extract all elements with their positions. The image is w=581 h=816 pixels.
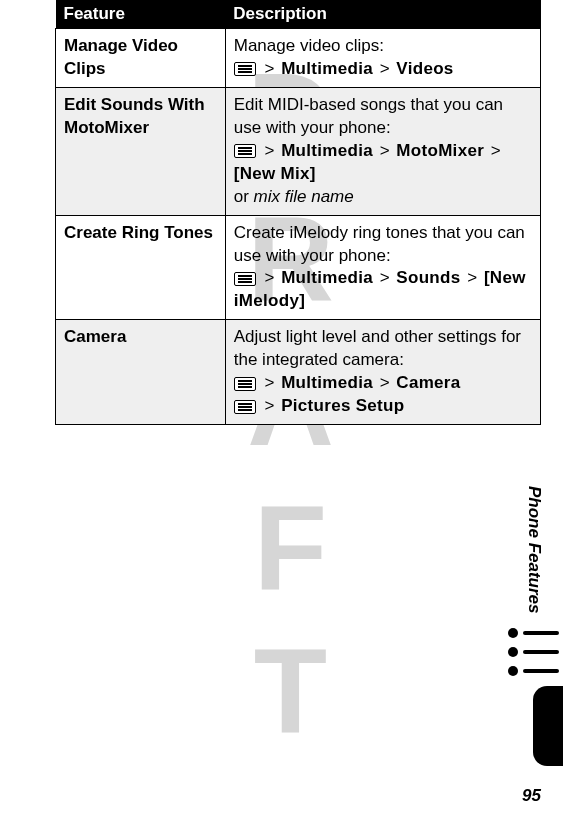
gt-separator: > [262,141,276,160]
gt-separator: > [262,373,276,392]
gt-separator: > [262,396,276,415]
feature-name: Camera [56,320,226,425]
col-header-feature: Feature [56,0,226,29]
feature-description: Adjust light level and other settings fo… [225,320,540,425]
table-row: Create Ring Tones Create iMelody ring to… [56,215,541,320]
table-row: Manage Video Clips Manage video clips: >… [56,29,541,88]
feature-description: Edit MIDI-based songs that you can use w… [225,87,540,215]
side-tab: Phone Features [508,486,559,766]
menu-step: Pictures Setup [281,396,404,415]
menu-step: Videos [396,59,453,78]
menu-icon [234,272,256,286]
nav-path: > Multimedia > Camera [234,372,532,395]
menu-step: Sounds [396,268,460,287]
gt-separator: > [262,268,276,287]
menu-step: Multimedia [281,373,373,392]
feature-description: Manage video clips: > Multimedia > Video… [225,29,540,88]
menu-step: Camera [396,373,460,392]
gt-separator: > [262,59,276,78]
tail-plain: or [234,187,254,206]
menu-step: Multimedia [281,59,373,78]
desc-lead: Edit MIDI-based songs that you can use w… [234,94,532,140]
menu-step: Multimedia [281,141,373,160]
menu-icon [234,377,256,391]
feature-name: Manage Video Clips [56,29,226,88]
gt-separator: > [378,268,392,287]
feature-name: Edit Sounds With MotoMixer [56,87,226,215]
gt-separator: > [378,373,392,392]
gt-separator: > [489,141,503,160]
nav-path: > Multimedia > Sounds > [New iMelody] [234,268,526,310]
menu-step: [New Mix] [234,164,316,183]
gt-separator: > [378,141,392,160]
feature-description: Create iMelody ring tones that you can u… [225,215,540,320]
thumb-tab [533,686,563,766]
page-content: Feature Description Manage Video Clips M… [0,0,581,425]
menu-step: Multimedia [281,268,373,287]
list-icon [508,628,559,676]
menu-step: MotoMixer [396,141,484,160]
menu-icon [234,400,256,414]
desc-tail: or mix file name [234,186,532,209]
feature-name: Create Ring Tones [56,215,226,320]
menu-icon [234,62,256,76]
gt-separator: > [465,268,479,287]
table-row: Camera Adjust light level and other sett… [56,320,541,425]
menu-icon [234,144,256,158]
desc-lead: Manage video clips: [234,35,532,58]
features-table: Feature Description Manage Video Clips M… [55,0,541,425]
col-header-description: Description [225,0,540,29]
table-row: Edit Sounds With MotoMixer Edit MIDI-bas… [56,87,541,215]
nav-path: > Pictures Setup [234,395,532,418]
desc-lead: Adjust light level and other settings fo… [234,326,532,372]
gt-separator: > [378,59,392,78]
desc-lead: Create iMelody ring tones that you can u… [234,222,532,268]
nav-path: > Multimedia > MotoMixer > [New Mix] [234,141,503,183]
page-number: 95 [522,786,541,806]
nav-path: > Multimedia > Videos [234,59,454,78]
section-label: Phone Features [524,486,544,614]
tail-italic: mix file name [254,187,354,206]
